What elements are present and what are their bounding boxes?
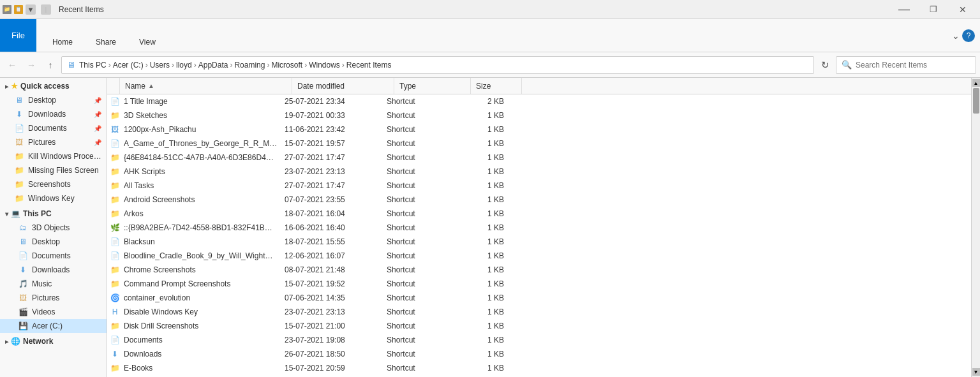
- breadcrumb-recentitems[interactable]: Recent Items: [346, 61, 392, 70]
- this-pc-header[interactable]: ▾ 💻 This PC: [0, 205, 107, 221]
- help-icon[interactable]: ?: [962, 29, 975, 42]
- sidebar-item-label: Desktop: [28, 96, 56, 105]
- breadcrumb-acer[interactable]: Acer (C:): [113, 61, 144, 70]
- tab-view[interactable]: View: [128, 32, 167, 52]
- table-row[interactable]: 🌀 container_evolution 07-06-2021 14:35 S…: [107, 291, 971, 305]
- file-name: 1 Title Image: [124, 97, 279, 106]
- sidebar-item-kill-windows[interactable]: 📁 Kill Windows Proce…: [0, 149, 107, 163]
- documents-icon: 📄: [14, 123, 24, 133]
- file-type-icon: 📁: [110, 110, 120, 121]
- sidebar-item-desktop-quick[interactable]: 🖥 Desktop 📌: [0, 93, 107, 107]
- table-row[interactable]: 📄 Documents 23-07-2021 19:08 Shortcut 1 …: [107, 333, 971, 347]
- tab-share[interactable]: Share: [85, 32, 127, 52]
- table-row[interactable]: 📄 1 Title Image 25-07-2021 23:34 Shortcu…: [107, 94, 971, 108]
- table-row[interactable]: 📄 A_Game_of_Thrones_by_George_R_R_Mar… 1…: [107, 137, 971, 151]
- breadcrumb-lloyd[interactable]: lloyd: [176, 61, 192, 70]
- table-row[interactable]: 📁 AHK Scripts 23-07-2021 23:13 Shortcut …: [107, 165, 971, 179]
- title-bar: 📁 📋 ▼ | Recent Items — ❐ ✕: [0, 0, 980, 19]
- sidebar-item-label: Missing Files Screen: [28, 166, 99, 175]
- up-button[interactable]: ↑: [42, 57, 59, 73]
- breadcrumb-microsoft[interactable]: Microsoft: [271, 61, 302, 70]
- file-name: AHK Scripts: [124, 167, 279, 176]
- sidebar-item-documents-pc[interactable]: 📄 Documents: [0, 249, 107, 263]
- file-name: Downloads: [124, 350, 279, 359]
- sidebar-item-windows-key[interactable]: 📁 Windows Key: [0, 191, 107, 205]
- file-type-icon: 📁: [110, 321, 120, 331]
- breadcrumb-appdata[interactable]: AppData: [198, 61, 228, 70]
- sidebar-item-label: Screenshots: [28, 180, 71, 189]
- sidebar-item-pictures-quick[interactable]: 🖼 Pictures 📌: [0, 135, 107, 149]
- sidebar-item-music[interactable]: 🎵 Music: [0, 277, 107, 291]
- tab-home[interactable]: Home: [41, 32, 84, 52]
- sidebar-item-downloads-quick[interactable]: ⬇ Downloads 📌: [0, 107, 107, 121]
- table-row[interactable]: 📁 All Tasks 27-07-2021 17:47 Shortcut 1 …: [107, 179, 971, 193]
- table-row[interactable]: 📁 E-Books 15-07-2021 20:59 Shortcut 1 KB: [107, 361, 971, 375]
- forward-button[interactable]: →: [23, 57, 40, 73]
- address-bar: ← → ↑ 🖥 This PC › Acer (C:) › Users › ll…: [0, 52, 980, 78]
- table-row[interactable]: 📁 {46E84184-51CC-4A7B-A40A-6D3E86D4… 27-…: [107, 151, 971, 165]
- file-size: 1 KB: [458, 153, 509, 162]
- chevron-down-icon[interactable]: ⌄: [952, 31, 960, 41]
- back-button[interactable]: ←: [4, 57, 20, 73]
- minimize-button[interactable]: —: [889, 0, 919, 19]
- table-row[interactable]: 📄 Bloodline_Cradle_Book_9_by_Will_Wight……: [107, 249, 971, 263]
- col-header-date[interactable]: Date modified: [292, 78, 394, 94]
- table-row[interactable]: 📁 Android Screenshots 07-07-2021 23:55 S…: [107, 193, 971, 207]
- file-type: Shortcut: [382, 97, 458, 106]
- breadcrumb-windows[interactable]: Windows: [309, 61, 340, 70]
- search-input[interactable]: [856, 61, 970, 70]
- file-size: 1 KB: [458, 251, 509, 260]
- file-name: Bloodline_Cradle_Book_9_by_Will_Wight…: [124, 251, 279, 260]
- col-header-size[interactable]: Size: [471, 78, 522, 94]
- sidebar-item-label: Acer (C:): [32, 322, 63, 330]
- file-size: 1 KB: [458, 111, 509, 120]
- file-name: ::{B98A2BEA-7D42-4558-8BD1-832F41B…: [124, 223, 279, 232]
- sidebar-item-downloads-pc[interactable]: ⬇ Downloads: [0, 263, 107, 277]
- sidebar-item-acer-drive[interactable]: 💾 Acer (C:): [0, 319, 107, 333]
- sidebar-item-screenshots[interactable]: 📁 Screenshots: [0, 177, 107, 191]
- file-type: Shortcut: [382, 209, 458, 218]
- sidebar-item-documents-quick[interactable]: 📄 Documents 📌: [0, 121, 107, 135]
- breadcrumb-roaming[interactable]: Roaming: [234, 61, 265, 70]
- table-row[interactable]: 📁 Disk Drill Screenshots 15-07-2021 21:0…: [107, 319, 971, 333]
- refresh-button[interactable]: ↻: [817, 57, 833, 73]
- file-date: 07-07-2021 23:55: [279, 195, 382, 204]
- quick-access-header[interactable]: ▸ ★ Quick access: [0, 78, 107, 93]
- table-row[interactable]: 📄 Blacksun 18-07-2021 15:55 Shortcut 1 K…: [107, 235, 971, 249]
- address-path[interactable]: 🖥 This PC › Acer (C:) › Users › lloyd › …: [61, 56, 814, 74]
- content-area: Name ▲ Date modified Type Size 📄 1 Title…: [107, 78, 971, 377]
- sidebar-item-pictures-pc[interactable]: 🖼 Pictures: [0, 291, 107, 305]
- maximize-button[interactable]: ❐: [919, 0, 948, 19]
- vertical-scrollbar[interactable]: ▲ ▼: [971, 78, 980, 377]
- file-date: 18-07-2021 15:55: [279, 237, 382, 246]
- table-row[interactable]: ⬇ Downloads 26-07-2021 18:50 Shortcut 1 …: [107, 347, 971, 361]
- breadcrumb-thispc[interactable]: This PC: [79, 61, 107, 70]
- file-menu-button[interactable]: File: [0, 19, 36, 52]
- col-header-type[interactable]: Type: [394, 78, 471, 94]
- sidebar-item-3dobjects[interactable]: 🗂 3D Objects: [0, 221, 107, 235]
- network-header[interactable]: ▸ 🌐 Network: [0, 333, 107, 348]
- sidebar-item-videos[interactable]: 🎬 Videos: [0, 305, 107, 319]
- sidebar-item-desktop-pc[interactable]: 🖥 Desktop: [0, 235, 107, 249]
- file-type: Shortcut: [382, 307, 458, 316]
- table-row[interactable]: 📁 Command Prompt Screenshots 15-07-2021 …: [107, 277, 971, 291]
- table-row[interactable]: 📁 3D Sketches 19-07-2021 00:33 Shortcut …: [107, 108, 971, 122]
- file-name: {46E84184-51CC-4A7B-A40A-6D3E86D4…: [124, 153, 279, 162]
- app-icon-group: 📁 📋 ▼ |: [3, 4, 54, 15]
- table-row[interactable]: 📁 Arkos 18-07-2021 16:04 Shortcut 1 KB: [107, 207, 971, 221]
- file-date: 08-07-2021 21:48: [279, 265, 382, 274]
- breadcrumb-users[interactable]: Users: [150, 61, 170, 70]
- sidebar-item-missing-files[interactable]: 📁 Missing Files Screen: [0, 163, 107, 177]
- table-row[interactable]: H Disable Windows Key 23-07-2021 23:13 S…: [107, 305, 971, 319]
- file-date: 15-07-2021 19:52: [279, 279, 382, 288]
- col-header-name[interactable]: Name ▲: [120, 78, 292, 94]
- table-row[interactable]: 🖼 1200px-Ash_Pikachu 11-06-2021 23:42 Sh…: [107, 122, 971, 137]
- file-date: 23-07-2021 19:08: [279, 336, 382, 344]
- search-box[interactable]: 🔍: [836, 56, 976, 74]
- scrollbar-thumb[interactable]: [973, 88, 979, 114]
- table-row[interactable]: 🌿 ::{B98A2BEA-7D42-4558-8BD1-832F41B… 16…: [107, 221, 971, 235]
- close-button[interactable]: ✕: [948, 0, 977, 19]
- file-date: 18-07-2021 16:04: [279, 209, 382, 218]
- table-row[interactable]: 📁 Chrome Screenshots 08-07-2021 21:48 Sh…: [107, 263, 971, 277]
- sidebar-item-label: Pictures: [32, 293, 59, 302]
